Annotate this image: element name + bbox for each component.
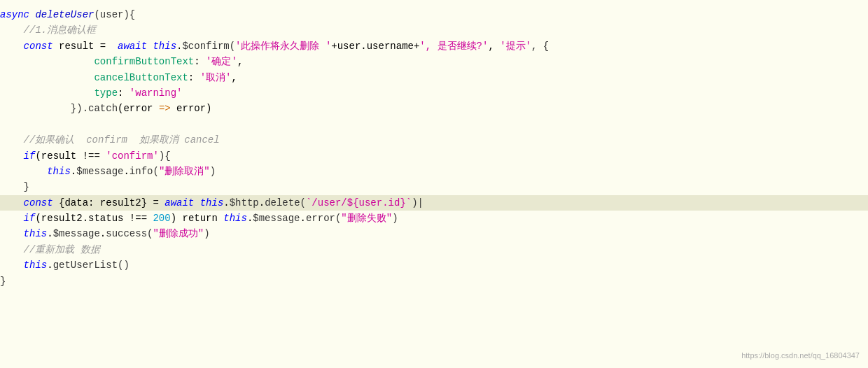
code-line: this.$message.info("删除取消") bbox=[0, 164, 868, 179]
code-line: }).catch(error => error) bbox=[0, 101, 868, 116]
code-line: if(result2.status !== 200) return this.$… bbox=[0, 211, 868, 226]
code-line: //1.消息确认框 bbox=[0, 22, 868, 38]
code-line: confirmButtonText: '确定', bbox=[0, 54, 868, 69]
url-text: https://blog.csdn.net/qq_16804347 bbox=[741, 350, 860, 362]
code-line: async deleteUser(user){ bbox=[0, 7, 868, 22]
code-line: type: 'warning' bbox=[0, 85, 868, 101]
code-line: cancelButtonText: '取消', bbox=[0, 70, 868, 85]
code-line: //如果确认 confirm 如果取消 cancel bbox=[0, 132, 868, 148]
code-line: this.$message.success("删除成功") bbox=[0, 226, 868, 241]
code-line: //重新加载 数据 bbox=[0, 242, 868, 257]
code-line: if(result !== 'confirm'){ bbox=[0, 148, 868, 164]
code-line: } bbox=[0, 179, 868, 194]
code-container: async deleteUser(user){ //1.消息确认框 const … bbox=[0, 0, 868, 368]
code-lines: async deleteUser(user){ //1.消息确认框 const … bbox=[0, 7, 868, 289]
code-line: } bbox=[0, 274, 868, 289]
code-line: const result = await this.$confirm('此操作将… bbox=[0, 38, 868, 54]
code-line bbox=[0, 117, 868, 132]
code-line: const {data: result2} = await this.$http… bbox=[0, 195, 868, 211]
code-line: this.getUserList() bbox=[0, 257, 868, 273]
